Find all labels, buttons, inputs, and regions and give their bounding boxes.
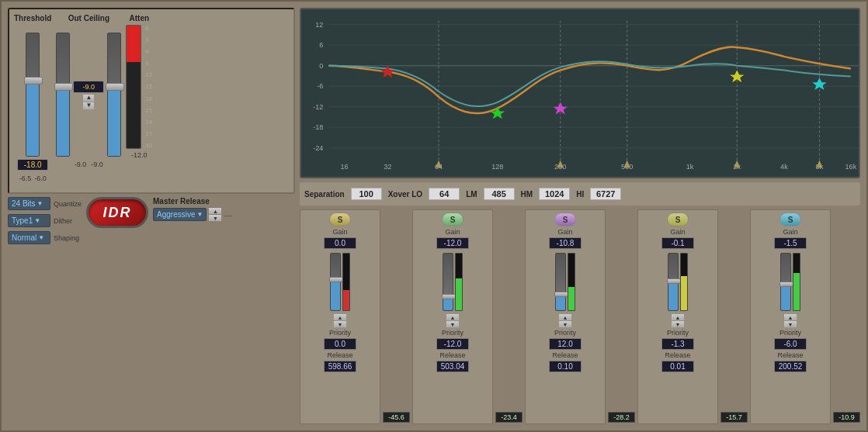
band-hm-priority-value[interactable]: 12.0 <box>549 338 582 350</box>
master-release-value: Aggressive <box>157 210 195 219</box>
master-release-up-btn[interactable]: ▲ <box>209 208 221 214</box>
band-hi-gain-value[interactable]: -1.5 <box>774 237 807 249</box>
band-h-release-label: Release <box>665 351 690 359</box>
svg-marker-31 <box>491 107 505 119</box>
band-hi-gain-label: Gain <box>783 228 797 236</box>
out-ceiling-thumb2[interactable] <box>106 83 124 91</box>
band-hi-fader-thumb[interactable] <box>779 282 793 287</box>
band-h-priority-row: ▲ ▼ <box>672 314 684 327</box>
band-lo-fader-fill <box>331 282 340 310</box>
band-h-meter-fill <box>681 276 687 310</box>
band-hm-release-value[interactable]: 0.10 <box>549 361 582 372</box>
band-lo-release-value[interactable]: 598.66 <box>324 361 356 372</box>
svg-marker-34 <box>812 78 826 90</box>
band-lo-priority-up[interactable]: ▲ <box>334 314 346 320</box>
svg-text:16: 16 <box>341 163 349 171</box>
band-hi-release-label: Release <box>777 351 803 359</box>
quantize-dropdown[interactable]: 24 Bits ▼ <box>8 197 50 210</box>
band-hi-priority-down[interactable]: ▼ <box>784 321 797 327</box>
band-h-fader-thumb[interactable] <box>667 278 681 284</box>
band-hm-fader[interactable] <box>555 253 566 311</box>
threshold-fader-container <box>26 25 40 157</box>
band-h-priority-up[interactable]: ▲ <box>672 314 684 320</box>
band-lm-release-value[interactable]: 503.04 <box>436 361 469 372</box>
band-hm-release-label: Release <box>552 351 578 359</box>
band-h-priority-value[interactable]: -1.3 <box>661 338 694 350</box>
band-lm: S Gain -12.0 ▲ ▼ <box>412 209 493 424</box>
out-ceiling-up-btn[interactable]: ▲ <box>83 95 94 102</box>
out-ceiling-fader2[interactable] <box>107 33 121 157</box>
band-lm-bottom: -23.4 <box>495 209 523 424</box>
band-hm-priority-down[interactable]: ▼ <box>559 321 571 327</box>
band-h-gain-value[interactable]: -0.1 <box>661 237 694 249</box>
band-hm-gain-value[interactable]: -10.8 <box>549 237 582 249</box>
band-hi-meter <box>793 253 800 311</box>
out-ceiling-thumb1[interactable] <box>54 83 73 91</box>
svg-text:-18: -18 <box>313 123 323 131</box>
right-panel: 12 6 0 -6 -12 -18 -24 16 32 64 128 250 5… <box>300 8 860 424</box>
threshold-fader-track[interactable] <box>26 33 40 157</box>
band-hi-priority-up[interactable]: ▲ <box>784 314 797 320</box>
band-hi-priority-value[interactable]: -6.0 <box>774 338 807 350</box>
band-lm-s-button[interactable]: S <box>442 213 464 226</box>
band-lo-s-button[interactable]: S <box>329 213 351 226</box>
band-lo-priority-value[interactable]: 0.0 <box>324 338 356 350</box>
sliders-row: Threshold -18.0 -6.5 -6.0 Out Ceiling <box>8 8 295 194</box>
xover-hi-value[interactable]: 6727 <box>590 188 621 200</box>
out-ceiling-val2: -9.0 <box>75 161 87 168</box>
quantize-arrow-icon: ▼ <box>37 200 43 207</box>
xover-hm-value[interactable]: 1024 <box>539 188 570 200</box>
band-h-s-button[interactable]: S <box>667 213 689 226</box>
band-lm-fader-thumb[interactable] <box>442 294 456 299</box>
band-lm-priority-down[interactable]: ▼ <box>446 321 459 327</box>
xover-lm-value[interactable]: 485 <box>484 188 515 200</box>
shaping-dropdown[interactable]: Normal ▼ <box>8 231 50 244</box>
band-lm-gain-value[interactable]: -12.0 <box>436 237 469 249</box>
band-hm-meter <box>568 253 575 311</box>
out-ceiling-group: Out Ceiling -9.0 ▲ ▼ <box>56 14 121 188</box>
band-lo-fader-thumb[interactable] <box>329 277 343 282</box>
separation-value[interactable]: 100 <box>351 188 382 200</box>
atten-red-section <box>127 26 141 62</box>
xover-lo-value[interactable]: 64 <box>429 188 460 200</box>
band-hm-priority-up[interactable]: ▲ <box>559 314 571 320</box>
band-hm-fader-fill <box>556 295 565 309</box>
threshold-fader-thumb[interactable] <box>24 77 43 85</box>
band-h-priority-down[interactable]: ▼ <box>672 321 684 327</box>
left-panel: Threshold -18.0 -6.5 -6.0 Out Ceiling <box>8 8 295 424</box>
band-h-fader-fill <box>668 282 678 309</box>
master-release-group: Master Release Aggressive ▼ ▲ ▼ — <box>153 197 232 221</box>
band-hm-fader-thumb[interactable] <box>554 292 568 297</box>
out-ceiling-down-btn[interactable]: ▼ <box>83 102 94 109</box>
band-lm-priority-value[interactable]: -12.0 <box>436 338 469 350</box>
dither-dropdown[interactable]: Type1 ▼ <box>8 214 50 227</box>
band-hi-release-value[interactable]: 200.52 <box>774 361 807 372</box>
atten-value: -12.0 <box>131 151 148 159</box>
master-release-dash: — <box>224 210 232 219</box>
band-lo-meter-fill <box>343 290 349 310</box>
atten-group: Atten 0 3 6 9 12 15 18 21 24 <box>126 14 152 188</box>
band-lm-priority-up[interactable]: ▲ <box>446 314 459 320</box>
band-lo-priority-down[interactable]: ▼ <box>334 321 346 327</box>
band-h-release-value[interactable]: 0.01 <box>661 361 694 372</box>
band-hi-s-button[interactable]: S <box>779 213 801 226</box>
band-hi-bottom-value: -10.9 <box>833 412 860 423</box>
band-lm-fader[interactable] <box>443 253 453 311</box>
band-lm-release-label: Release <box>439 351 465 359</box>
band-hm-s-button[interactable]: S <box>554 213 576 226</box>
svg-text:0: 0 <box>319 62 323 70</box>
band-hi-fader[interactable] <box>780 253 791 311</box>
band-h-fader[interactable] <box>668 253 679 311</box>
bands-row: S Gain 0.0 ▲ ▼ <box>300 209 860 424</box>
master-release-dropdown[interactable]: Aggressive ▼ <box>153 208 207 221</box>
separation-row: Separation 100 Xover LO 64 LM 485 HM 102… <box>300 182 860 206</box>
band-hm: S Gain -10.8 ▲ ▼ <box>525 209 606 424</box>
master-release-down-btn[interactable]: ▼ <box>209 215 221 221</box>
band-lo-faders <box>330 251 350 313</box>
threshold-value[interactable]: -18.0 <box>17 159 48 171</box>
svg-text:32: 32 <box>384 163 391 171</box>
out-ceiling-fader1[interactable] <box>56 33 70 157</box>
out-ceiling-value[interactable]: -9.0 <box>73 81 104 93</box>
band-lo-gain-value[interactable]: 0.0 <box>324 237 356 249</box>
band-lo-fader[interactable] <box>330 253 341 311</box>
